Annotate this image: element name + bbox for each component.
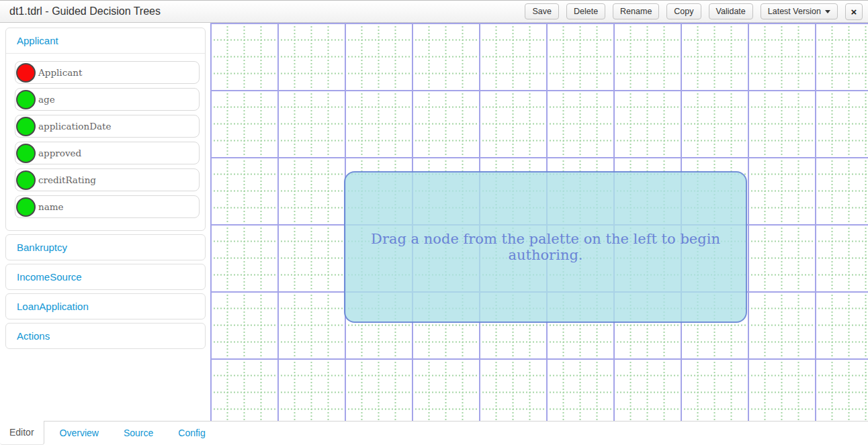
palette-section-loanapplication: LoanApplication (5, 293, 206, 319)
palette-section-label: IncomeSource (17, 271, 82, 283)
version-dropdown-button[interactable]: Latest Version (761, 3, 838, 19)
node-type-circle-icon (16, 197, 36, 217)
palette-section-header-applicant[interactable]: Applicant (6, 28, 205, 54)
node-palette: Applicant Applicant age applicationDate … (0, 23, 210, 421)
palette-section-header-bankruptcy[interactable]: Bankruptcy (6, 235, 205, 260)
palette-section-label: LoanApplication (17, 301, 89, 312)
palette-section-label: Applicant (17, 35, 58, 46)
tab-overview[interactable]: Overview (50, 422, 108, 445)
palette-node-label: name (38, 201, 64, 212)
palette-section-actions: Actions (5, 323, 206, 349)
palette-node-label: approved (38, 148, 81, 158)
canvas-placeholder-text: Drag a node from the palette on the left… (345, 231, 746, 263)
node-type-circle-icon (16, 170, 36, 190)
node-type-circle-icon (16, 63, 36, 83)
tab-source[interactable]: Source (114, 422, 163, 445)
palette-node-applicationdate[interactable]: applicationDate (15, 115, 200, 138)
node-type-circle-icon (16, 90, 36, 109)
tab-config[interactable]: Config (169, 422, 214, 445)
close-button[interactable]: × (845, 3, 863, 20)
palette-section-header-incomesource[interactable]: IncomeSource (6, 264, 205, 289)
canvas-placeholder-box: Drag a node from the palette on the left… (344, 171, 747, 323)
palette-node-label: applicationDate (38, 121, 111, 132)
palette-node-label: creditRating (38, 175, 96, 185)
toolbar: Save Delete Rename Copy Validate Latest … (525, 3, 863, 20)
rename-button[interactable]: Rename (613, 3, 659, 19)
node-type-circle-icon (16, 117, 36, 136)
palette-node-creditrating[interactable]: creditRating (15, 168, 200, 191)
authoring-canvas[interactable]: Drag a node from the palette on the left… (210, 23, 868, 421)
delete-button[interactable]: Delete (566, 3, 605, 19)
palette-section-applicant: Applicant Applicant age applicationDate … (5, 28, 206, 231)
validate-button[interactable]: Validate (709, 3, 753, 19)
palette-node-label: age (38, 94, 55, 105)
palette-section-body: Applicant age applicationDate approved c… (6, 54, 205, 230)
palette-section-header-loanapplication[interactable]: LoanApplication (6, 294, 205, 319)
palette-node-applicant[interactable]: Applicant (15, 61, 200, 84)
version-dropdown-label: Latest Version (768, 7, 821, 16)
tab-editor[interactable]: Editor (0, 421, 44, 445)
palette-section-incomesource: IncomeSource (5, 264, 206, 290)
palette-node-label: Applicant (38, 67, 82, 78)
title-bar: dt1.tdrl - Guided Decision Trees Save De… (0, 0, 868, 23)
palette-section-label: Actions (17, 330, 50, 342)
palette-node-approved[interactable]: approved (15, 142, 200, 164)
palette-section-bankruptcy: Bankruptcy (5, 234, 206, 260)
save-button[interactable]: Save (525, 3, 559, 19)
copy-button[interactable]: Copy (666, 3, 701, 19)
bottom-tab-bar: Editor Overview Source Config (0, 421, 868, 445)
tab-label: Editor (9, 427, 34, 438)
palette-section-label: Bankruptcy (17, 242, 67, 253)
node-type-circle-icon (16, 144, 36, 163)
caret-down-icon (825, 10, 830, 13)
palette-node-age[interactable]: age (15, 88, 200, 111)
palette-section-header-actions[interactable]: Actions (6, 324, 205, 348)
palette-node-name[interactable]: name (15, 195, 200, 218)
page-title: dt1.tdrl - Guided Decision Trees (9, 5, 161, 17)
